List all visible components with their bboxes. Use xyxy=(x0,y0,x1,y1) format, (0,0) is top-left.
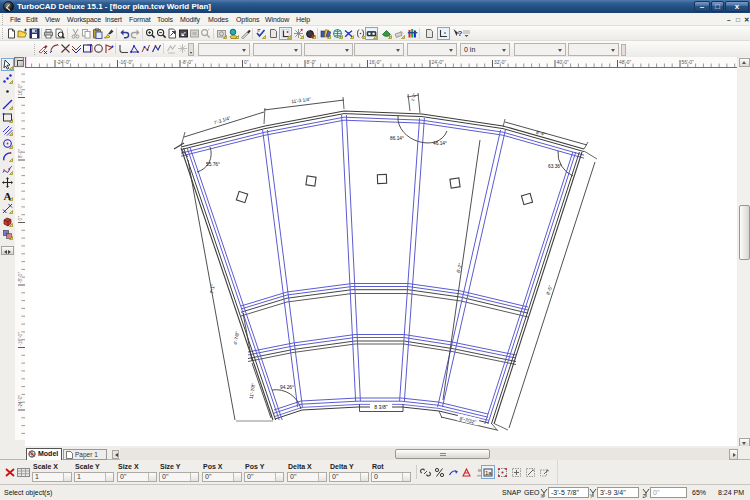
svg-text:4'-7/8": 4'-7/8" xyxy=(233,331,240,346)
svg-text:11'-3 1/4": 11'-3 1/4" xyxy=(291,97,312,104)
svg-text:-16'-0": -16'-0" xyxy=(18,332,23,346)
svg-text:Z: Z xyxy=(643,493,646,499)
svg-text:86.14°: 86.14° xyxy=(390,136,404,141)
svg-text:-24'-0": -24'-0" xyxy=(57,60,71,65)
svg-text:55.76°: 55.76° xyxy=(206,162,220,167)
svg-text:1'-2": 1'-2" xyxy=(410,92,417,102)
svg-text:6'-2": 6'-2" xyxy=(456,263,463,274)
svg-text:63.36°: 63.36° xyxy=(548,164,562,169)
svg-text:7'-3 1/4": 7'-3 1/4" xyxy=(213,115,232,125)
svg-text:7'-1": 7'-1" xyxy=(209,284,216,295)
svg-text:0": 0" xyxy=(244,60,249,65)
svg-text:-16'-0": -16'-0" xyxy=(119,60,133,65)
svg-text:8'-0": 8'-0" xyxy=(307,60,317,65)
svg-text:-24'-0": -24'-0" xyxy=(18,394,23,408)
svg-text:46.14°: 46.14° xyxy=(433,141,447,146)
svg-text:94.26°: 94.26° xyxy=(280,385,294,390)
svg-text:0": 0" xyxy=(18,216,23,221)
svg-text:1a: 1a xyxy=(485,470,492,476)
svg-text:8'-0": 8'-0" xyxy=(18,148,23,158)
svg-text:-8'-0": -8'-0" xyxy=(182,60,193,65)
svg-text:11'-7/8": 11'-7/8" xyxy=(249,383,257,400)
svg-text:8 3/8": 8 3/8" xyxy=(374,404,388,410)
svg-text:-8'-0": -8'-0" xyxy=(18,272,23,283)
